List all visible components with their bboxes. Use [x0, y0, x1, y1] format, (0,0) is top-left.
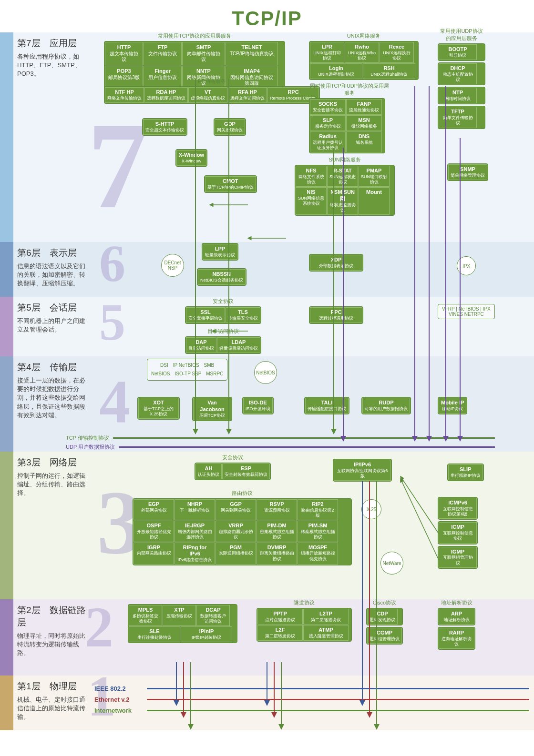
phys-ethernet: Ethernet v.2 — [94, 696, 529, 703]
proto-rstat: R-STATSUN远程状态协议 — [327, 166, 358, 187]
group-hp: HP网络服务 — [104, 78, 320, 85]
proto-gdp: GDP网关发现协议 — [215, 119, 245, 135]
group-addr: 地址解析协议 — [438, 599, 475, 606]
layer-6: 第6层 表示层 信息的语法语义以及它们的关联，如加密解密、转换翻译、压缩解压缩。… — [0, 242, 534, 297]
layer-3-name: 第3层 网络层 — [17, 456, 91, 469]
proto-ipx: IPX — [457, 256, 476, 275]
proto-vt: VT虚拟终端仿真协议 — [188, 87, 227, 103]
proto-rarp: RARP逆向地址解析协议 — [439, 628, 474, 649]
proto-ggp: GGP网关到网关协议 — [216, 499, 256, 520]
layer-4-name: 第4层 传输层 — [17, 361, 91, 373]
group-both: 同时使用TCP和UDP协议的应用层服务 — [309, 82, 390, 97]
proto-rfahp: RFA HP远程文件访问协议 — [228, 87, 267, 103]
group-tcp-app: 常用使用TCP协议的应用层服务 — [104, 32, 285, 40]
proto-tftp: TFTP简单文件传输协议 — [439, 107, 477, 128]
layer-6-desc: 信息的语法语义以及它们的关联，如加密解密、转换翻译、压缩解压缩。 — [17, 262, 91, 288]
proto-rpc5: RPC远程过程调用协议 — [310, 307, 362, 323]
group-cisco: Cisco协议 — [366, 599, 403, 606]
proto-shttp: S-HTTP安全超文本传输协议 — [143, 119, 186, 135]
proto-dap: DAP目录访问协议 — [186, 337, 216, 353]
layer-2-name: 第2层 数据链路层 — [17, 604, 91, 629]
udp-line — [119, 446, 495, 448]
layer-2: 第2层 数据链路层 物理寻址，同时将原始比特流转变为逻辑传输线路。 2 MPLS… — [0, 599, 534, 675]
proto-l2f: L2F第二层转发协议 — [257, 625, 303, 641]
proto-rudp: RUDP可靠的用户数据报协议 — [362, 398, 410, 413]
group-dir: 目录访问协议 — [185, 328, 261, 335]
proto-xot: XOT基于TCP之上的X.25协议 — [138, 398, 179, 419]
proto-rwho: RwhoUNIX远程Who协议 — [345, 42, 379, 63]
group-udp-app: 常用使用UDP协议的应用层服务 — [438, 28, 485, 42]
proto-telnet: TELNETTCP/IP终端仿真协议 — [226, 42, 278, 65]
layer-5: 第5层 会话层 不同机器上的用户之间建立及管理会话。 5 安全协议 SSL安全套… — [0, 297, 534, 356]
proto-slp: SLP服务定位协议 — [310, 115, 346, 131]
layer-2-desc: 物理寻址，同时将原始比特流转变为逻辑传输线路。 — [17, 632, 91, 658]
proto-mobileip: Mobile IP移动IP协议 — [439, 398, 466, 413]
proto-pgm: PGM实际通用组播协议 — [216, 543, 256, 565]
phys-ieee: IEEE 802.2 — [94, 685, 529, 692]
proto-icmp: ICMP互联网控制信息协议 — [439, 522, 477, 543]
proto-ipipv6: IP/IPv6互联网协议/互联网协议第6版 — [334, 460, 391, 481]
layer-4-desc: 接受上一层的数据，在必要的时候把数据进行分割，并将这些数据交给网络层，且保证这些… — [17, 376, 91, 420]
box-dsi-group: DSI IP NeTBIOS SMB NetBIOS ISO-TP SSP MS… — [147, 359, 227, 381]
proto-rsvp: RSVP资源预留协议 — [257, 499, 297, 520]
proto-socks: SOCKS安全套接字协议 — [310, 99, 346, 115]
tcp-line-label: TCP 传输控制协议 — [66, 434, 109, 442]
tcp-line — [113, 437, 495, 439]
proto-fanp: FANP流属性通知协议 — [346, 99, 382, 115]
proto-ripng: RIPng for IPv6IPv6路由信息协议 — [175, 543, 215, 565]
box-vfrp: VFRP | NeTBIOS | IPX VINES NETRPC — [438, 304, 495, 319]
proto-rsh: RSHUNIX远程Shell协议 — [363, 63, 415, 79]
proto-arp: ARP地址解析协议 — [439, 609, 474, 625]
layer-1: 第1层 物理层 机械、电子、定时接口通信信道上的原始比特流传输。 1 IEEE … — [0, 675, 534, 730]
proto-slip: SLIP串行线路IP协议 — [448, 464, 483, 480]
proto-igmp: IGMP互联网组管理协议 — [439, 547, 477, 568]
proto-nis: NISSUN网络信息系统协议 — [296, 187, 327, 215]
proto-mospf: MOSPF组播开放最短路径优先协议 — [298, 543, 338, 565]
proto-ah: AH认证头协议 — [195, 464, 222, 479]
proto-ieirgp: IE-IRGP增强内部网关路由选择协议 — [175, 521, 215, 542]
proto-dvmrp: DVMRP距离矢量组播路由协议 — [257, 543, 297, 565]
proto-tali: TALI传输适配层接口协议 — [305, 398, 349, 413]
proto-rexec: RexecUNIX远程执行协议 — [380, 42, 414, 63]
proto-http: HTTP超文本传输协议 — [105, 42, 143, 65]
group-sun: SUN网络服务 — [295, 156, 395, 163]
proto-nhrp: NHRP下一跳解析协议 — [175, 499, 215, 520]
layer-6-name: 第6层 表示层 — [17, 247, 91, 259]
proto-ntp: NTP网络时间协议 — [439, 88, 477, 103]
proto-vrrp: VRRP虚拟路由器冗余协议 — [216, 521, 256, 542]
proto-nbssn: NBSSNNetBIOS会话服务协议 — [198, 269, 246, 285]
proto-x25: X.25 — [361, 499, 381, 519]
proto-pmap: PMAPSUN端口映射协议 — [359, 166, 390, 187]
proto-mpls: MPLS多协议标签交换协议 — [129, 605, 162, 626]
layer-5-desc: 不同机器上的用户之间建立及管理会话。 — [17, 317, 91, 334]
proto-decnet: DECnet NSP — [161, 254, 184, 277]
layer-7-name: 第7层 应用层 — [17, 37, 91, 50]
proto-cmot: CMOT基于TCP/IP的CMIP协议 — [205, 176, 256, 192]
group-unix: UNIX网络服务 — [309, 32, 419, 40]
layer-3-desc: 控制子网的运行，如逻辑编址、分组传输、路由选择。 — [17, 472, 91, 498]
proto-esp: ESP安全封装有效载荷协议 — [222, 464, 270, 479]
proto-igrp: IGRP内部网关路由协议 — [134, 543, 174, 565]
proto-dns: DNS域名系统 — [346, 131, 382, 152]
proto-pptp: PPTP点对点隧道协议 — [257, 609, 303, 625]
layer-5-name: 第5层 会话层 — [17, 302, 91, 314]
layer-7-desc: 各种应用程序协议，如HTTP、FTP、SMTP、POP3。 — [17, 52, 91, 79]
proto-lpp: LPP轻量级表示协议 — [203, 244, 237, 260]
proto-smtp: SMTP简单邮件传输协议 — [182, 42, 225, 65]
proto-netbios-circle: NetBIOS — [254, 361, 277, 384]
layer-7: 第7层 应用层 各种应用程序协议，如HTTP、FTP、SMTP、POP3。 7 … — [0, 32, 534, 242]
proto-dhcp: DHCP动态主机配置协议 — [439, 63, 477, 84]
proto-pimdm: PIM-DM密集模式独立组播协议 — [257, 521, 297, 542]
proto-icmpv6: ICMPv6互联网控制信息协议第6版 — [439, 498, 477, 519]
proto-nfs: NFS网络文件系统协议 — [296, 166, 327, 187]
proto-sle: SLE串行连接封装协议 — [129, 626, 180, 642]
proto-ldap: LDAP轻量级目录访问协议 — [217, 337, 260, 353]
proto-lpr: LPRUNIX远程打印协议 — [310, 42, 344, 63]
proto-xtp: XTP压缩传输协议 — [163, 605, 196, 626]
proto-bootp: BOOTP引导协议 — [439, 44, 477, 60]
proto-isode: ISO-DEISO开发环境 — [243, 398, 273, 413]
proto-egp: EGP外部网关协议 — [134, 499, 174, 520]
layer-3: 第3层 网络层 控制子网的运行，如逻辑编址、分组传输、路由选择。 3 安全协议 … — [0, 452, 534, 599]
proto-xdp: XDP外部数据表示协议 — [310, 255, 362, 271]
proto-ftp: FTP文件传输协议 — [144, 42, 182, 65]
